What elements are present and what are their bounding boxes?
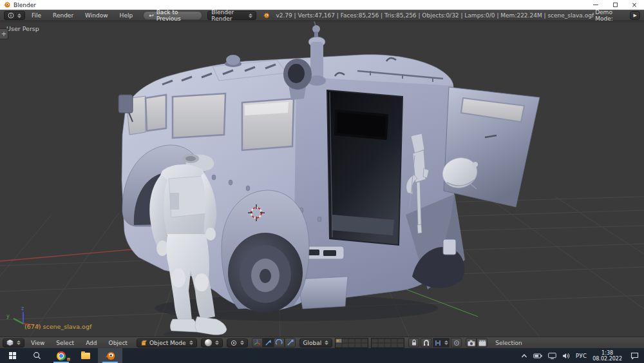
pivot-point-select[interactable]	[227, 338, 248, 348]
action-center-icon[interactable]	[630, 352, 639, 360]
dropdown-arrows-icon	[189, 340, 193, 345]
chrome-icon	[57, 351, 66, 360]
maximize-button[interactable]	[605, 0, 625, 10]
translate-icon	[265, 339, 272, 346]
taskbar-explorer-button[interactable]	[73, 348, 98, 363]
dropdown-arrows-icon	[17, 340, 21, 345]
opengl-render-still-button[interactable]	[466, 338, 477, 348]
shading-sphere-icon	[205, 339, 212, 346]
menu-help[interactable]: Help	[115, 12, 138, 19]
open-door	[444, 87, 540, 207]
layer-cell[interactable]	[336, 338, 342, 343]
menu-add[interactable]: Add	[80, 340, 102, 346]
demo-play-button[interactable]: ▶	[630, 11, 640, 20]
viewport-3d[interactable]: z x y User Persp (674) scene_slava.ogf +	[0, 21, 644, 337]
speaker-icon[interactable]	[562, 353, 570, 359]
side-mirror	[118, 95, 133, 113]
camera-icon	[468, 340, 475, 346]
editor-type-select[interactable]	[3, 338, 24, 348]
rear-left-wheel	[222, 190, 309, 313]
gizmo-y-label: y	[6, 313, 10, 319]
taskbar-chrome-button[interactable]	[49, 348, 73, 363]
blender-window: Blender × File Render Window Help ↩ Back…	[0, 0, 644, 363]
close-button[interactable]: ×	[625, 0, 644, 10]
back-to-previous-button[interactable]: ↩ Back to Previous	[143, 11, 202, 20]
tray-chevron-icon[interactable]	[521, 353, 527, 358]
menu-render[interactable]: Render	[48, 12, 79, 19]
back-arrow-icon: ↩	[149, 13, 154, 19]
dropdown-arrows-icon	[249, 14, 252, 18]
clock-date: 08.02.2022	[592, 356, 622, 362]
minimize-button[interactable]	[586, 0, 605, 10]
info-editor-icon	[8, 12, 14, 19]
scene-lock-button[interactable]	[408, 338, 419, 348]
clapperboard-icon	[478, 340, 486, 346]
demo-mode-label: Demo Mode:	[595, 9, 626, 22]
dropdown-arrows-icon	[444, 340, 448, 345]
layers-grid-2[interactable]	[371, 338, 404, 348]
start-button[interactable]	[0, 348, 24, 363]
snap-target-select[interactable]	[451, 338, 462, 348]
dropdown-arrows-icon	[17, 14, 21, 18]
view-name-label: User Persp	[6, 25, 39, 32]
blender-taskbar-icon	[105, 351, 115, 361]
opengl-render-anim-button[interactable]	[477, 338, 488, 348]
viewport-canvas[interactable]: z x y	[0, 21, 644, 337]
blender-logo-icon	[263, 12, 269, 19]
dropdown-arrows-icon	[240, 340, 244, 345]
rotate-icon	[276, 339, 283, 346]
viewport-shading-select[interactable]	[201, 338, 223, 348]
menu-select[interactable]: Select	[51, 340, 79, 346]
scale-icon	[287, 339, 294, 346]
menu-file[interactable]: File	[26, 12, 46, 19]
transform-orientation-select[interactable]: Global	[299, 338, 333, 348]
window-controls: ×	[586, 0, 644, 10]
dropdown-arrows-icon	[325, 340, 328, 345]
language-indicator[interactable]: РУС	[576, 353, 587, 359]
gizmo-z-label: z	[21, 306, 24, 311]
active-object-info: (674) scene_slava.ogf	[24, 323, 91, 330]
manipulator-toggle-button[interactable]	[252, 338, 263, 348]
taskbar-clock[interactable]: 1:38 08.02.2022	[592, 350, 622, 362]
render-engine-select[interactable]: Blender Render	[207, 11, 256, 20]
menu-window[interactable]: Window	[80, 12, 113, 19]
taskbar-blender-button[interactable]	[98, 348, 122, 363]
taskbar-search-button[interactable]	[24, 348, 49, 363]
chrome-profile-badge	[66, 357, 71, 362]
lock-icon	[411, 339, 417, 346]
rotate-manipulator-button[interactable]	[274, 338, 285, 348]
door-hinge-lower	[443, 239, 456, 255]
info-header: File Render Window Help ↩ Back to Previo…	[0, 10, 644, 21]
tool-shelf-expand-tab[interactable]: +	[0, 28, 8, 39]
layers-grid-1[interactable]	[335, 338, 368, 348]
menu-object[interactable]: Object	[104, 340, 133, 346]
os-titlebar: Blender ×	[0, 0, 644, 10]
window-title: Blender	[14, 2, 36, 8]
menu-view[interactable]: View	[26, 340, 50, 346]
selection-label: Selection	[495, 340, 522, 346]
mode-select[interactable]: Object Mode	[137, 338, 197, 348]
3d-view-editor-icon	[6, 339, 14, 346]
editor-type-select-info[interactable]	[4, 11, 25, 20]
taskbar: РУС 1:38 08.02.2022	[0, 348, 644, 363]
snap-element-select[interactable]	[433, 338, 450, 348]
system-tray: РУС 1:38 08.02.2022	[521, 350, 644, 362]
clock-time: 1:38	[592, 350, 622, 356]
viewport-header: View Select Add Object Object Mode	[0, 337, 644, 348]
scale-manipulator-button[interactable]	[285, 338, 296, 348]
display-connect-icon[interactable]	[548, 353, 556, 359]
battery-icon[interactable]	[533, 353, 542, 359]
object-mode-icon	[140, 340, 147, 346]
file-explorer-icon	[81, 353, 90, 359]
search-icon	[33, 351, 41, 360]
blender-app-icon	[3, 1, 10, 8]
dropdown-arrows-icon	[215, 340, 219, 345]
rear-doorway	[327, 90, 402, 245]
translate-manipulator-button[interactable]	[263, 338, 274, 348]
pivot-icon	[231, 340, 237, 346]
manipulator-axes-icon	[254, 339, 261, 346]
magnet-icon	[423, 340, 430, 346]
snap-toggle-button[interactable]	[421, 338, 431, 348]
snap-target-icon	[453, 340, 460, 346]
snap-increment-icon	[435, 340, 441, 346]
